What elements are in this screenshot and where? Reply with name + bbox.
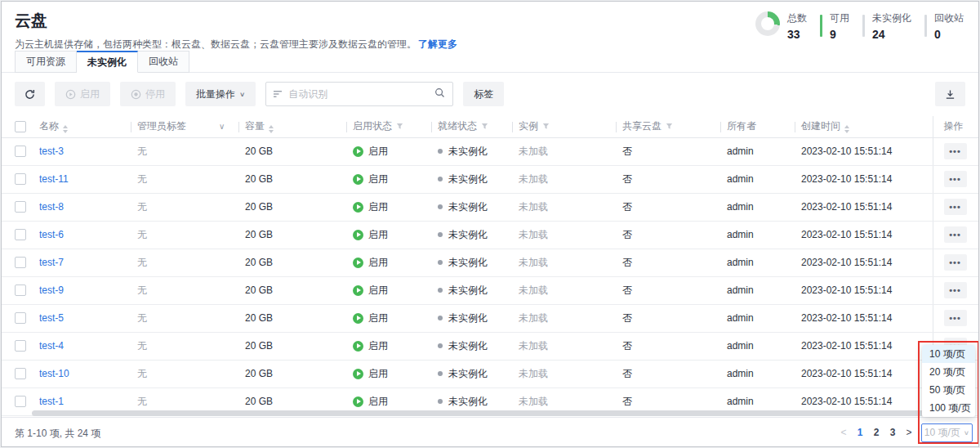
enabled-play-icon [353, 258, 363, 268]
instance-cell: 未加载 [512, 165, 616, 193]
column-header-capacity[interactable]: 容量 [238, 116, 346, 137]
disable-button[interactable]: 停用 [120, 82, 176, 106]
page-number-3[interactable]: 3 [889, 427, 897, 438]
column-header-created[interactable]: 创建时间 [795, 116, 933, 137]
page-header: 云盘 为云主机提供存储，包括两种类型：根云盘、数据云盘；云盘管理主要涉及数据云盘… [15, 10, 457, 52]
enable-status-cell: 启用 [346, 276, 431, 304]
disk-name-link[interactable]: test-1 [39, 396, 64, 407]
table-row: test-8 无 20 GB 启用 未实例化 未加载 否 admin 2023-… [2, 193, 979, 221]
batch-actions-button[interactable]: 批量操作 ∨ [185, 82, 256, 106]
ready-status-cell: 未实例化 [431, 304, 512, 332]
disk-name-link[interactable]: test-3 [39, 146, 64, 157]
sort-icon[interactable] [63, 125, 68, 133]
toolbar: 启用 停用 批量操作 ∨ 标签 [15, 82, 965, 106]
stat-bar [862, 15, 865, 37]
horizontal-scrollbar[interactable] [32, 410, 942, 416]
select-all-checkbox[interactable] [15, 121, 26, 132]
disk-name-link[interactable]: test-7 [39, 257, 64, 268]
filter-icon[interactable] [481, 121, 488, 132]
page-size-option-20[interactable]: 20 项/页 [922, 363, 975, 381]
table-row: test-7 无 20 GB 启用 未实例化 未加载 否 admin 2023-… [2, 249, 979, 276]
column-header-ready-status[interactable]: 就绪状态 [431, 116, 512, 137]
enable-status-text: 启用 [368, 200, 388, 214]
filter-icon[interactable] [666, 121, 673, 132]
column-header-shared-disk[interactable]: 共享云盘 [616, 116, 720, 137]
row-actions-button[interactable]: ••• [944, 171, 967, 187]
column-header-enable-status[interactable]: 启用状态 [346, 116, 431, 137]
page-size-option-50[interactable]: 50 项/页 [922, 381, 975, 399]
row-checkbox[interactable] [15, 368, 26, 379]
row-checkbox[interactable] [15, 340, 26, 352]
row-actions-button[interactable]: ••• [944, 143, 967, 159]
row-actions-button[interactable]: ••• [944, 254, 967, 271]
column-header-admin-tag[interactable]: 管理员标签∨ [131, 116, 238, 137]
shared-disk-cell: 否 [616, 249, 720, 276]
chevron-down-icon[interactable]: ∨ [219, 122, 225, 131]
page-description: 为云主机提供存储，包括两种类型：根云盘、数据云盘；云盘管理主要涉及数据云盘的管理… [15, 38, 457, 52]
page-number-1[interactable]: 1 [856, 427, 864, 438]
disk-name-link[interactable]: test-4 [39, 340, 64, 352]
row-checkbox[interactable] [15, 284, 26, 296]
status-dot-icon [438, 343, 443, 348]
row-checkbox[interactable] [15, 229, 26, 240]
stat-total: 总数 33 [755, 11, 807, 41]
tab-available-resources[interactable]: 可用资源 [15, 51, 77, 73]
owner-cell: admin [720, 360, 795, 388]
column-header-instance[interactable]: 实例 [512, 116, 616, 137]
enable-button[interactable]: 启用 [55, 82, 110, 106]
search-box[interactable] [265, 82, 453, 106]
row-actions-button[interactable]: ••• [944, 310, 967, 326]
table-row: test-9 无 20 GB 启用 未实例化 未加载 否 admin 2023-… [2, 276, 979, 304]
ready-status-cell: 未实例化 [431, 165, 512, 193]
stat-not-instantiated: 未实例化 24 [862, 11, 911, 41]
disk-name-link[interactable]: test-9 [39, 284, 64, 296]
stat-available: 可用 9 [820, 11, 849, 41]
row-checkbox[interactable] [15, 173, 26, 185]
page-number-2[interactable]: 2 [872, 427, 880, 438]
export-button[interactable] [935, 82, 965, 106]
ready-status-cell: 未实例化 [431, 221, 512, 249]
learn-more-link[interactable]: 了解更多 [418, 38, 457, 50]
tag-button[interactable]: 标签 [463, 82, 504, 106]
disk-name-link[interactable]: test-6 [39, 229, 64, 240]
tab-not-instantiated[interactable]: 未实例化 [77, 51, 138, 73]
page-size-select[interactable]: 10 项/页 ∨ [921, 423, 973, 442]
enable-status-cell: 启用 [346, 249, 431, 276]
next-page-button[interactable]: > [905, 427, 913, 438]
disk-name-link[interactable]: test-8 [39, 201, 64, 213]
filter-icon[interactable] [542, 121, 550, 132]
page-size-option-100[interactable]: 100 项/页 [922, 399, 975, 417]
created-time-cell: 2023-02-10 15:51:14 [795, 193, 933, 221]
column-header-name[interactable]: 名称 [33, 116, 131, 137]
shared-disk-cell: 否 [616, 165, 720, 193]
disk-name-link[interactable]: test-10 [39, 368, 69, 379]
filter-icon[interactable] [396, 121, 403, 132]
row-checkbox[interactable] [15, 146, 26, 157]
disk-name-link[interactable]: test-5 [39, 312, 64, 324]
disk-name-link[interactable]: test-11 [39, 173, 69, 185]
row-checkbox[interactable] [15, 257, 26, 268]
status-dot-icon [438, 149, 443, 154]
page-size-option-10[interactable]: 10 项/页 [922, 345, 975, 363]
prev-page-button[interactable]: < [840, 427, 848, 438]
row-checkbox[interactable] [15, 396, 26, 407]
ready-status-text: 未实例化 [448, 284, 488, 296]
created-time-cell: 2023-02-10 15:51:14 [795, 332, 933, 360]
sort-icon[interactable] [844, 125, 849, 133]
row-actions-button[interactable]: ••• [944, 226, 967, 243]
row-checkbox[interactable] [15, 201, 26, 213]
page-size-dropdown: 10 项/页 20 项/页 50 项/页 100 项/页 [922, 345, 975, 417]
tab-recycle-bin[interactable]: 回收站 [138, 51, 189, 73]
enable-status-cell: 启用 [346, 332, 431, 360]
ready-status-cell: 未实例化 [431, 137, 512, 165]
enable-status-cell: 启用 [346, 304, 431, 332]
row-actions-button[interactable]: ••• [944, 199, 967, 215]
row-actions-button[interactable]: ••• [944, 282, 967, 298]
ready-status-text: 未实例化 [448, 201, 488, 213]
status-dot-icon [438, 399, 443, 404]
refresh-button[interactable] [15, 82, 45, 106]
stat-label: 总数 [787, 11, 807, 25]
search-input[interactable] [288, 88, 429, 100]
sort-icon[interactable] [269, 125, 274, 133]
row-checkbox[interactable] [15, 312, 26, 324]
